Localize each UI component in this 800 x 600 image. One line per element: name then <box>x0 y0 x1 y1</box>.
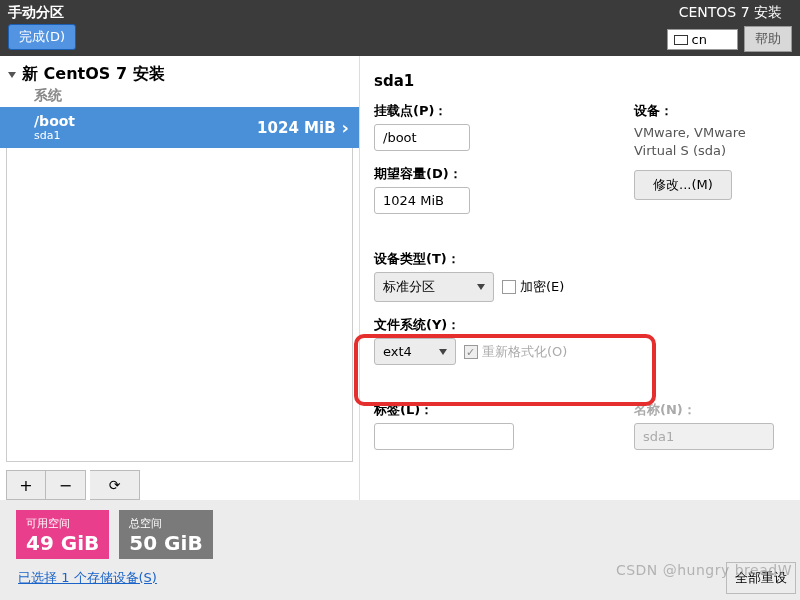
device-type-value: 标准分区 <box>383 278 435 296</box>
tree-root[interactable]: 新 CentOS 7 安装 <box>0 56 359 87</box>
keyboard-layout-select[interactable]: cn <box>667 29 738 50</box>
tree-root-label: 新 CentOS 7 安装 <box>22 64 165 85</box>
partition-device: sda1 <box>34 129 257 142</box>
mountpoint-input[interactable] <box>374 124 470 151</box>
name-input <box>634 423 774 450</box>
bottom-bar: 可用空间 49 GiB 总空间 50 GiB <box>0 500 800 559</box>
device-type-label: 设备类型(T)： <box>374 250 786 268</box>
devices-label: 设备： <box>634 102 786 120</box>
devices-group: 设备： VMware, VMware Virtual S (sda) 修改...… <box>634 102 786 200</box>
partition-mount: /boot <box>34 113 257 129</box>
available-value: 49 GiB <box>26 531 99 555</box>
done-button[interactable]: 完成(D) <box>8 24 76 50</box>
refresh-button[interactable]: ⟳ <box>90 470 140 500</box>
total-space-box: 总空间 50 GiB <box>119 510 212 559</box>
reformat-checkbox[interactable] <box>464 345 478 359</box>
filesystem-label: 文件系统(Y)： <box>374 316 786 334</box>
label-input[interactable] <box>374 423 514 450</box>
reformat-label: 重新格式化(O) <box>482 343 567 361</box>
modify-devices-button[interactable]: 修改...(M) <box>634 170 732 200</box>
mountpoint-label: 挂载点(P)： <box>374 102 594 120</box>
storage-devices-link[interactable]: 已选择 1 个存储设备(S) <box>0 569 800 587</box>
remove-partition-button[interactable]: − <box>46 470 86 500</box>
keyboard-icon <box>674 35 688 45</box>
partition-toolbar: + − ⟳ <box>6 470 353 500</box>
header-right: CENTOS 7 安装 cn 帮助 <box>667 4 792 56</box>
partition-size: 1024 MiB <box>257 119 335 137</box>
desired-capacity-input[interactable] <box>374 187 470 214</box>
name-field-label: 名称(N)： <box>634 401 774 419</box>
label-group: 标签(L)： <box>374 401 594 450</box>
help-button[interactable]: 帮助 <box>744 26 792 52</box>
partition-tree-pane: 新 CentOS 7 安装 系统 /boot sda1 1024 MiB › +… <box>0 56 360 500</box>
filesystem-value: ext4 <box>383 344 412 359</box>
tree-section-system: 系统 <box>0 87 359 107</box>
partition-detail-pane: sda1 挂载点(P)： 期望容量(D)： 设备： VMware, VMware… <box>360 56 800 500</box>
label-field-label: 标签(L)： <box>374 401 594 419</box>
dropdown-icon <box>439 349 447 355</box>
reformat-option[interactable]: 重新格式化(O) <box>464 343 567 361</box>
encrypt-checkbox[interactable] <box>502 280 516 294</box>
caret-down-icon <box>8 72 16 78</box>
reset-all-button[interactable]: 全部重设 <box>726 562 796 594</box>
page-title: 手动分区 <box>8 4 76 22</box>
keyboard-layout-label: cn <box>692 32 707 47</box>
device-type-group: 设备类型(T)： 标准分区 加密(E) <box>374 250 786 302</box>
devices-text: VMware, VMware Virtual S (sda) <box>634 124 786 160</box>
header-left: 手动分区 完成(D) <box>8 4 76 56</box>
dropdown-icon <box>477 284 485 290</box>
chevron-right-icon: › <box>342 117 349 138</box>
installer-title: CENTOS 7 安装 <box>667 4 792 22</box>
encrypt-label: 加密(E) <box>520 278 564 296</box>
header-bar: 手动分区 完成(D) CENTOS 7 安装 cn 帮助 <box>0 0 800 56</box>
add-partition-button[interactable]: + <box>6 470 46 500</box>
filesystem-select[interactable]: ext4 <box>374 338 456 365</box>
available-label: 可用空间 <box>26 516 99 531</box>
encrypt-option[interactable]: 加密(E) <box>502 278 564 296</box>
desired-capacity-group: 期望容量(D)： <box>374 165 594 214</box>
partition-row-boot[interactable]: /boot sda1 1024 MiB › <box>0 107 359 148</box>
available-space-box: 可用空间 49 GiB <box>16 510 109 559</box>
tree-empty-space <box>6 148 353 462</box>
total-label: 总空间 <box>129 516 202 531</box>
partition-info: /boot sda1 <box>34 113 257 142</box>
desired-capacity-label: 期望容量(D)： <box>374 165 594 183</box>
mountpoint-group: 挂载点(P)： <box>374 102 594 151</box>
main-area: 新 CentOS 7 安装 系统 /boot sda1 1024 MiB › +… <box>0 56 800 500</box>
name-group: 名称(N)： <box>634 401 774 450</box>
detail-title: sda1 <box>374 72 786 90</box>
filesystem-group: 文件系统(Y)： ext4 重新格式化(O) <box>374 316 786 365</box>
total-value: 50 GiB <box>129 531 202 555</box>
device-type-select[interactable]: 标准分区 <box>374 272 494 302</box>
